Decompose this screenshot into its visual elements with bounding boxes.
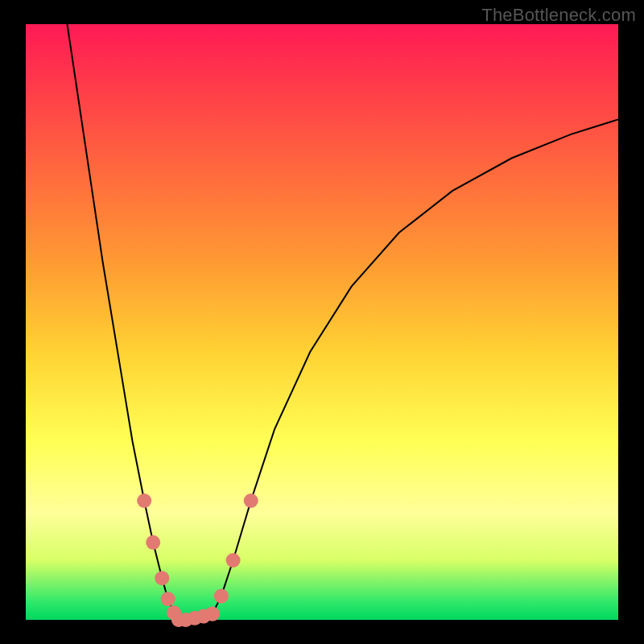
curve-layer: [26, 24, 618, 620]
marker-point: [155, 571, 169, 585]
marker-point: [226, 553, 241, 568]
series-right-curve: [213, 119, 618, 613]
marker-point: [161, 592, 175, 606]
series-left-curve: [68, 24, 179, 620]
plot-area: [26, 24, 618, 620]
marker-point: [146, 535, 160, 550]
marker-point: [214, 588, 229, 603]
marker-point: [244, 493, 258, 508]
marker-point: [205, 607, 220, 621]
curve-markers: [137, 493, 258, 627]
marker-point: [137, 493, 151, 508]
chart-frame: TheBottleneck.com: [0, 0, 644, 644]
watermark-text: TheBottleneck.com: [481, 5, 636, 26]
curve-paths: [68, 24, 619, 620]
